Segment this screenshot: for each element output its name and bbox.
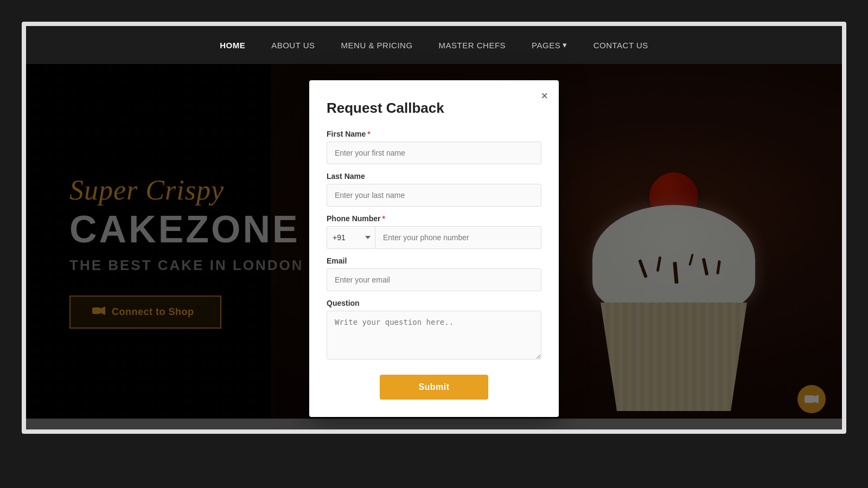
first-name-group: First Name* [327,130,541,164]
navbar: HOME ABOUT US MENU & PRICING MASTER CHEF… [26,26,842,64]
chevron-down-icon: ▾ [563,40,567,50]
question-group: Question [327,299,541,362]
nav-menu[interactable]: MENU & PRICING [341,41,413,50]
phone-row: +91 +1 +44 [327,226,541,249]
nav-chefs[interactable]: MASTER CHEFS [439,41,506,50]
email-input[interactable] [327,268,541,291]
first-name-input[interactable] [327,142,541,164]
nav-home[interactable]: HOME [220,41,245,50]
question-label: Question [327,299,541,307]
nav-pages[interactable]: PAGES ▾ [532,40,567,50]
last-name-label: Last Name [327,172,541,181]
nav-contact[interactable]: CONTACT US [593,41,648,50]
first-name-label: First Name* [327,130,541,138]
phone-number-input[interactable] [375,226,541,249]
phone-group: Phone Number* +91 +1 +44 [327,214,541,249]
phone-required: * [382,214,385,223]
nav-about[interactable]: ABOUT US [271,41,315,50]
email-label: Email [327,256,541,265]
modal-title: Request Callback [327,100,541,117]
phone-country-code-select[interactable]: +91 +1 +44 [327,226,375,249]
last-name-input[interactable] [327,184,541,207]
submit-button[interactable]: Submit [380,375,488,400]
question-textarea[interactable] [327,311,541,359]
phone-label: Phone Number* [327,214,541,223]
modal-close-button[interactable]: × [541,90,548,102]
email-group: Email [327,256,541,291]
request-callback-modal: Request Callback × First Name* Last Name… [309,80,559,417]
first-name-required: * [367,130,370,138]
last-name-group: Last Name [327,172,541,207]
